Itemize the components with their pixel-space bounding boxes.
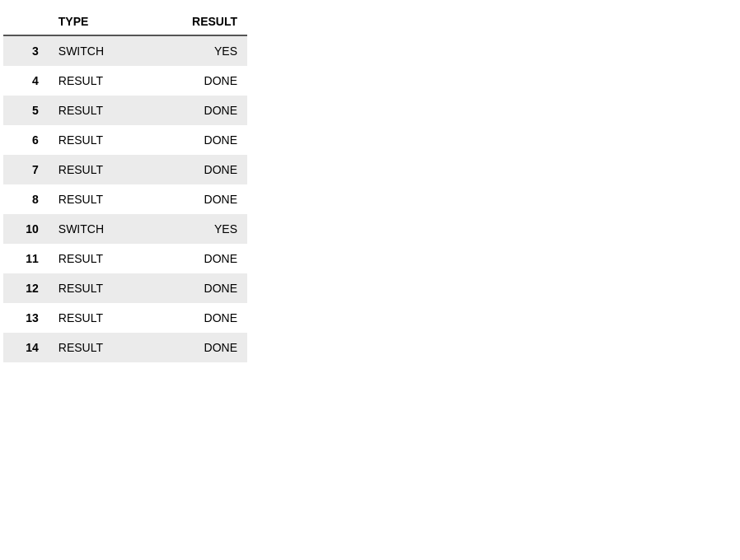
col-header-result: RESULT bbox=[157, 8, 247, 35]
cell-result: DONE bbox=[157, 66, 247, 96]
cell-id: 13 bbox=[3, 303, 49, 333]
cell-result: DONE bbox=[157, 155, 247, 184]
cell-type: RESULT bbox=[49, 244, 157, 273]
cell-result: DONE bbox=[157, 273, 247, 303]
table-row: 12RESULTDONE bbox=[3, 273, 247, 303]
cell-type: SWITCH bbox=[49, 35, 157, 66]
cell-result: DONE bbox=[157, 184, 247, 214]
table-row: 3SWITCHYES bbox=[3, 35, 247, 66]
table-row: 4RESULTDONE bbox=[3, 66, 247, 96]
cell-id: 4 bbox=[3, 66, 49, 96]
main-table-container: TYPE RESULT 3SWITCHYES4RESULTDONE5RESULT… bbox=[3, 8, 247, 362]
cell-result: YES bbox=[157, 35, 247, 66]
cell-result: YES bbox=[157, 214, 247, 244]
cell-id: 14 bbox=[3, 333, 49, 362]
col-header-type: TYPE bbox=[49, 8, 157, 35]
cell-id: 3 bbox=[3, 35, 49, 66]
table-row: 7RESULTDONE bbox=[3, 155, 247, 184]
cell-id: 5 bbox=[3, 96, 49, 125]
cell-result: DONE bbox=[157, 96, 247, 125]
cell-type: RESULT bbox=[49, 155, 157, 184]
cell-id: 10 bbox=[3, 214, 49, 244]
table-row: 8RESULTDONE bbox=[3, 184, 247, 214]
table-row: 10SWITCHYES bbox=[3, 214, 247, 244]
cell-result: DONE bbox=[157, 333, 247, 362]
cell-result: DONE bbox=[157, 303, 247, 333]
cell-type: SWITCH bbox=[49, 214, 157, 244]
cell-type: RESULT bbox=[49, 273, 157, 303]
table-row: 14RESULTDONE bbox=[3, 333, 247, 362]
table-body: 3SWITCHYES4RESULTDONE5RESULTDONE6RESULTD… bbox=[3, 35, 247, 362]
cell-type: RESULT bbox=[49, 333, 157, 362]
col-header-id bbox=[3, 8, 49, 35]
cell-type: RESULT bbox=[49, 303, 157, 333]
data-table: TYPE RESULT 3SWITCHYES4RESULTDONE5RESULT… bbox=[3, 8, 247, 362]
table-header: TYPE RESULT bbox=[3, 8, 247, 35]
cell-type: RESULT bbox=[49, 125, 157, 155]
cell-result: DONE bbox=[157, 244, 247, 273]
cell-type: RESULT bbox=[49, 96, 157, 125]
table-row: 6RESULTDONE bbox=[3, 125, 247, 155]
cell-id: 8 bbox=[3, 184, 49, 214]
cell-id: 6 bbox=[3, 125, 49, 155]
cell-id: 11 bbox=[3, 244, 49, 273]
cell-id: 7 bbox=[3, 155, 49, 184]
header-row: TYPE RESULT bbox=[3, 8, 247, 35]
table-row: 5RESULTDONE bbox=[3, 96, 247, 125]
cell-id: 12 bbox=[3, 273, 49, 303]
table-row: 13RESULTDONE bbox=[3, 303, 247, 333]
table-row: 11RESULTDONE bbox=[3, 244, 247, 273]
cell-type: RESULT bbox=[49, 66, 157, 96]
cell-type: RESULT bbox=[49, 184, 157, 214]
cell-result: DONE bbox=[157, 125, 247, 155]
